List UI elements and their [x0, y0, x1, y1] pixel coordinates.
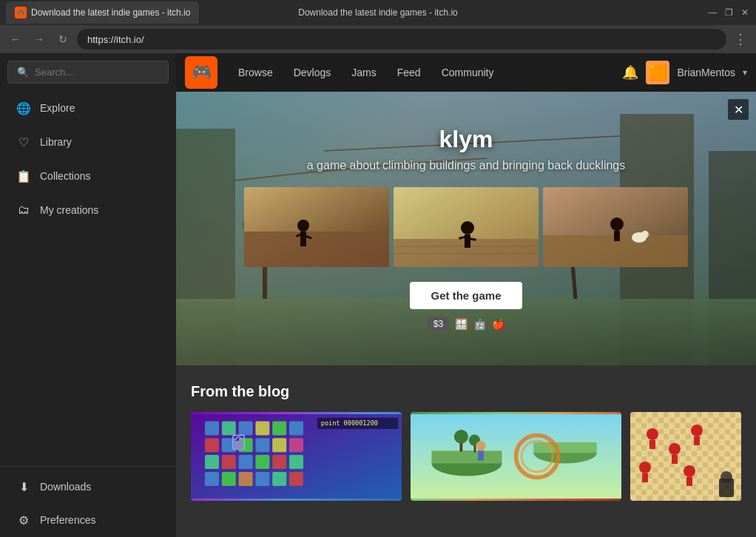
svg-point-70 [476, 441, 485, 450]
close-window-button[interactable]: ✕ [740, 7, 750, 18]
user-name[interactable]: BrianMentos [677, 67, 735, 78]
browser-tab[interactable]: 🎮 Download the latest indie games - itch… [6, 1, 199, 24]
user-avatar[interactable]: 🟧 [646, 61, 669, 84]
back-button[interactable]: ← [6, 30, 25, 49]
avatar-image: 🟧 [649, 64, 667, 81]
downloads-icon: ⬇ [16, 479, 31, 494]
itch-logo[interactable]: 🎮 [185, 56, 217, 89]
hero-meta: $3 🪟 🤖 🍎 [428, 317, 504, 331]
hero-screenshots [244, 187, 688, 267]
svg-rect-79 [672, 455, 678, 464]
address-bar[interactable] [77, 29, 726, 50]
preferences-icon: ⚙ [16, 513, 31, 527]
main-layout: 🔍 🌐 Explore ♡ Library 📋 Collections 🗂 My… [0, 53, 756, 537]
windows-platform-icon: 🪟 [455, 318, 468, 330]
svg-point-87 [720, 471, 732, 483]
user-menu-chevron-icon[interactable]: ▾ [743, 67, 747, 78]
window-controls: — ❐ ✕ [707, 7, 750, 18]
svg-rect-33 [239, 422, 253, 436]
svg-rect-48 [289, 455, 303, 469]
svg-rect-45 [239, 455, 253, 469]
search-icon: 🔍 [17, 67, 29, 78]
blog-card-2[interactable] [411, 412, 621, 501]
blog-section: From the blog [176, 365, 756, 513]
sidebar-item-my-creations[interactable]: 🗂 My creations [3, 194, 173, 226]
sidebar-label-collections: Collections [40, 170, 90, 182]
nav-link-community[interactable]: Community [433, 61, 503, 84]
svg-rect-51 [239, 472, 253, 486]
search-input[interactable] [35, 67, 159, 78]
blog-card-1[interactable]: point 000001200 [191, 412, 402, 501]
svg-rect-58 [234, 441, 243, 449]
sidebar-label-explore: Explore [40, 102, 75, 114]
forward-button[interactable]: → [30, 30, 49, 49]
itch-nav-links: Browse Devlogs Jams Feed Community [229, 61, 622, 84]
svg-rect-43 [205, 455, 219, 469]
price-badge: $3 [428, 317, 449, 331]
minimize-button[interactable]: — [707, 7, 718, 18]
nav-link-feed[interactable]: Feed [388, 61, 430, 84]
blog-card-2-image [411, 412, 621, 501]
collections-icon: 📋 [16, 169, 31, 183]
tab-title: Download the latest indie games - itch.i… [31, 7, 190, 18]
browser-toolbar: ← → ↻ ⋮ [0, 25, 756, 53]
svg-point-65 [454, 430, 468, 444]
itch-nav-right: 🔔 🟧 BrianMentos ▾ [622, 61, 747, 84]
blog-section-title: From the blog [191, 383, 741, 400]
svg-rect-26 [614, 231, 620, 241]
blog-card-3[interactable] [630, 412, 741, 501]
nav-link-jams[interactable]: Jams [342, 61, 385, 84]
screenshot-1[interactable] [244, 187, 389, 267]
screenshot-2[interactable] [394, 187, 539, 267]
svg-rect-61 [432, 450, 502, 463]
svg-rect-46 [255, 455, 269, 469]
sidebar-item-preferences[interactable]: ⚙ Preferences [3, 504, 173, 536]
sidebar-label-my-creations: My creations [40, 204, 98, 216]
sidebar-item-collections[interactable]: 📋 Collections [3, 160, 173, 192]
svg-rect-37 [205, 438, 219, 452]
notifications-bell-icon[interactable]: 🔔 [622, 64, 638, 81]
svg-rect-54 [289, 472, 303, 486]
sidebar-item-library[interactable]: ♡ Library [3, 126, 173, 158]
title-bar-left: 🎮 Download the latest indie games - itch… [6, 1, 199, 24]
blog-card-1-image: point 000001200 [191, 412, 402, 501]
screenshot-3[interactable] [543, 187, 688, 267]
library-icon: ♡ [16, 135, 31, 149]
svg-point-78 [669, 443, 681, 455]
svg-rect-81 [694, 436, 700, 445]
svg-rect-38 [222, 438, 236, 452]
svg-rect-85 [686, 477, 692, 486]
svg-rect-44 [222, 455, 236, 469]
window-title: Download the latest indie games - itch.i… [298, 7, 457, 18]
screenshot-1-image [244, 187, 389, 267]
svg-rect-83 [642, 473, 648, 482]
browser-menu-button[interactable]: ⋮ [731, 31, 750, 47]
svg-rect-41 [272, 438, 286, 452]
nav-link-devlogs[interactable]: Devlogs [285, 61, 340, 84]
svg-rect-31 [205, 422, 219, 436]
sidebar-item-explore[interactable]: 🌐 Explore [3, 92, 173, 124]
svg-rect-52 [255, 472, 269, 486]
svg-rect-47 [272, 455, 286, 469]
svg-point-28 [641, 231, 649, 238]
svg-rect-42 [289, 438, 303, 452]
sidebar-item-downloads[interactable]: ⬇ Downloads [3, 470, 173, 503]
maximize-button[interactable]: ❐ [723, 7, 734, 18]
svg-point-76 [647, 428, 658, 440]
svg-point-82 [639, 462, 651, 473]
hero-close-button[interactable]: ✕ [728, 99, 749, 120]
search-box[interactable]: 🔍 [7, 61, 169, 84]
explore-icon: 🌐 [16, 101, 31, 115]
hero-game-subtitle: a game about climbing buildings and brin… [307, 159, 626, 172]
svg-point-84 [684, 465, 695, 477]
my-creations-icon: 🗂 [16, 203, 31, 217]
screenshot-2-image [394, 187, 539, 267]
svg-rect-36 [289, 422, 303, 436]
tab-favicon: 🎮 [15, 7, 27, 18]
svg-rect-32 [222, 422, 236, 436]
hero-section: ✕ klym a game about climbing buildings a… [176, 92, 756, 365]
refresh-button[interactable]: ↻ [53, 30, 72, 49]
nav-link-browse[interactable]: Browse [229, 61, 282, 84]
svg-rect-40 [255, 438, 269, 452]
get-game-button[interactable]: Get the game [410, 282, 522, 309]
